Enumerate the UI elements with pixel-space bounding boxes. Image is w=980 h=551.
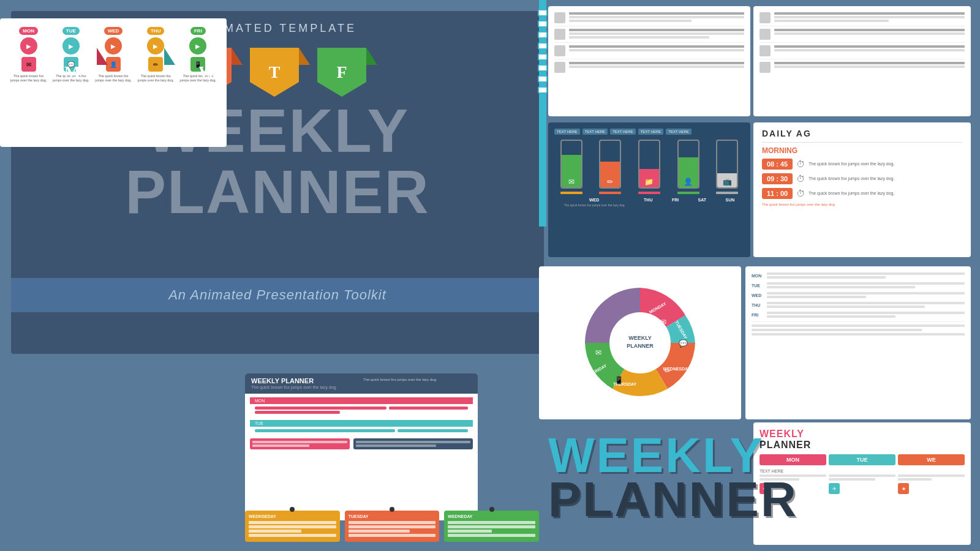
tr1-line-1c [569,20,692,22]
notes-line-1 [255,407,386,410]
tr1-line-2b [569,32,744,35]
notes-sub-blue-line-1 [356,441,470,443]
sticky-pin-2 [390,507,394,512]
wd-play-fri: ▶ [189,37,206,54]
sticky-line-3b [448,525,535,528]
circle-center-text2: PLANNER [627,343,654,349]
battery-icon-3: 📁 [639,178,659,186]
sticky-pin-1 [290,507,295,512]
blue-banner: An Animated Presentation Toolkit [11,278,544,312]
scroll-rings [538,9,548,94]
battery-icon-2: ✏ [600,178,620,186]
tw-extra-line-1 [752,324,965,327]
tw-fri-line-2 [767,315,895,318]
day-tab-thu: T [250,48,299,97]
notes-header-title: WEEKLY PLANNER [251,377,360,384]
agenda-time-3: 11 : 00 [762,188,793,199]
circle-chart-svg: WEEKLY PLANNER MONDAY TUESDAY WEDNESDAY … [573,276,707,410]
battery-tip-5 [723,140,731,141]
sticky-notes-row: WEDNSEDAY TUESDAY WEDNEDAY [245,511,539,542]
agenda-time-text-1: The quick brown fox jumps over the lazy … [809,161,962,167]
notes-header-left: WEEKLY PLANNER The quick brown fox jumps… [251,377,360,390]
tr1-divider-3 [554,59,744,59]
sticky-line-3c [448,530,491,533]
agenda-time-1: 08 : 45 [762,159,793,170]
sticky-line-2b [349,525,436,528]
notes-monday-bar: MON [250,397,473,404]
tr2-lines-1 [774,12,965,23]
tw-thu-line-2 [767,305,925,308]
tw-row-thu: THU [752,302,965,308]
slide-notes: WEEKLY PLANNER The quick brown fox jumps… [245,373,478,520]
tr2-line-3b [774,49,965,51]
battery-tip-4 [684,140,693,141]
scroll-ring-1 [538,9,548,17]
agenda-footer-text: The quick brown fox jumps over the lazy … [762,203,962,206]
tw-day-tue-label: TUE [752,283,765,288]
tw-extra-line-3 [752,333,965,335]
agenda-time-row-1: 08 : 45 ⏱ The quick brown fox jumps over… [762,159,962,170]
notes-sub-line-1 [252,441,347,443]
big-planner-text: PLANNER [548,478,798,522]
slide-battery: TEXT HERE TEXT HERE TEXT HERE TEXT HERE … [548,122,750,257]
tr2-square-3 [760,45,771,56]
notes-tuesday-bar: TUE [250,420,473,427]
tr1-square-2 [554,29,565,40]
battery-day-wed: WED The quick brown fox jumps over the l… [564,198,625,207]
sticky-title-wed2: WEDNEDAY [448,514,535,519]
tr2-line-2a [774,29,965,31]
notes-line-3 [255,411,340,414]
agenda-time-text-3: The quick brown fox jumps over the lazy … [809,190,962,196]
circle-icon-mon: ✉ [660,318,666,326]
wd-badge-wed: WED [104,27,123,35]
agenda-morning-label: MORNING [762,146,962,155]
agenda-time-2: 09 : 30 [762,173,793,184]
battery-4: 👤 [677,140,699,189]
tr2-square-4 [760,62,771,73]
br-col-3: ★ [898,474,965,494]
sticky-note-tue: TUESDAY [345,511,440,542]
battery-col-2: ✏ [599,140,621,194]
notes-header-right: The quick brown fox jumps over the lazy … [363,377,472,382]
tr1-row-4 [554,62,744,73]
battery-1: ✉ [560,140,582,189]
notes-tue-content [250,427,473,436]
battery-tip-1 [567,140,576,141]
big-text-area: WEEKLY PLANNER [548,410,830,545]
battery-tag-4: TEXT HERE [638,129,664,135]
tr1-lines-4 [569,62,744,69]
blue-banner-text: An Animated Presentation Toolkit [168,287,386,303]
scroll-ring-4 [538,42,548,50]
slide-daily-agenda: DAILY AG MORNING 08 : 45 ⏱ The quick bro… [753,122,971,257]
battery-tip-3 [645,140,654,141]
tr2-row-4 [760,62,965,73]
battery-fill-1: ✉ [562,155,581,187]
tw-day-fri-label: FRI [752,313,765,317]
battery-tag-2: TEXT HERE [582,129,608,135]
tr2-square-1 [760,12,771,23]
slide-text-weeks: MON TUE WED THU FRI [745,266,971,419]
tr1-line-4a [569,62,744,64]
battery-col-5: 📺 [716,140,738,194]
tr1-lines-2 [569,29,744,40]
sticky-line-2d [349,534,436,537]
scroll-ring-5 [538,53,548,61]
slide-circle-planner: WEEKLY PLANNER MONDAY TUESDAY WEDNESDAY … [539,266,741,419]
tw-day-wed-label: WED [752,293,765,298]
br-icon-star: ★ [898,483,909,494]
tw-lines-tue [767,282,965,288]
notes-tue-lines [255,429,468,432]
notes-sub-row [250,438,473,449]
day-tab-fri: F [317,48,366,97]
tr1-line-1a [569,12,744,15]
tr2-row-2 [760,29,965,40]
circle-icon-wed: ✏ [665,367,671,375]
day-tab-mon-corner [97,48,108,65]
tr1-square-4 [554,62,565,73]
scroll-ring-7 [538,75,548,83]
tr2-row-3 [760,45,965,56]
wd-badge-fri: FRI [190,27,206,35]
tr2-row-1 [760,12,965,23]
tr2-divider-1 [760,26,965,26]
scroll-ring-3 [538,31,548,39]
